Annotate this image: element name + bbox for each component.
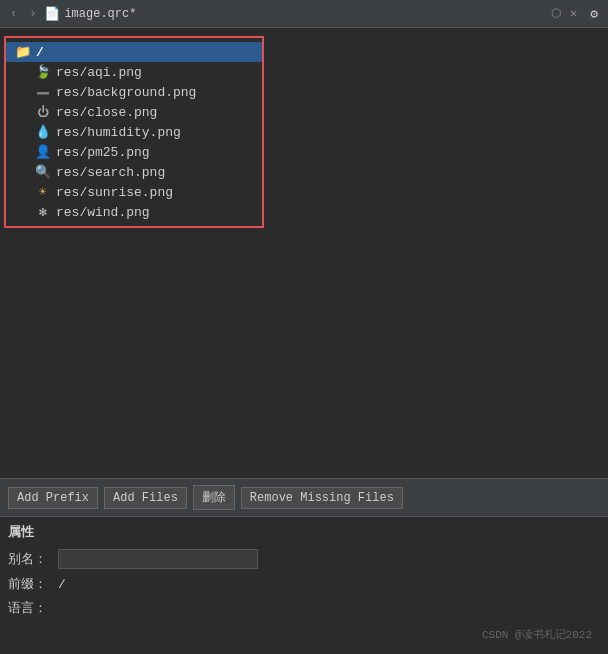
tree-item[interactable]: 🔍 res/search.png [6,162,262,182]
alias-field[interactable] [58,549,258,569]
tree-item-label: res/search.png [56,165,165,180]
humidity-icon: 💧 [34,124,52,140]
tree-item-label: res/close.png [56,105,157,120]
close-window-button[interactable]: ✕ [565,4,582,23]
file-tree: 📁 / 🍃 res/aqi.png ▬▬ res/background.png … [4,36,264,228]
tree-item-label: res/sunrise.png [56,185,173,200]
tree-item[interactable]: 💧 res/humidity.png [6,122,262,142]
tree-item-label: res/background.png [56,85,196,100]
forward-arrow[interactable]: › [25,5,40,23]
title-bar: ‹ › 📄 image.qrc* ⬡ ✕ ⚙ [0,0,608,28]
file-tree-container: 📁 / 🍃 res/aqi.png ▬▬ res/background.png … [0,28,608,478]
add-prefix-button[interactable]: Add Prefix [8,487,98,509]
remove-missing-files-button[interactable]: Remove Missing Files [241,487,403,509]
wind-icon: ✻ [34,204,52,220]
aqi-icon: 🍃 [34,64,52,80]
settings-icon[interactable]: ⚙ [590,6,598,22]
folder-icon: 📁 [14,44,32,60]
delete-button[interactable]: 删除 [193,485,235,510]
tree-item-label: res/pm25.png [56,145,150,160]
watermark-text: CSDN @读书札记2022 [482,629,592,641]
pm25-icon: 👤 [34,144,52,160]
alias-row: 别名： [8,549,600,569]
main-area: 📁 / 🍃 res/aqi.png ▬▬ res/background.png … [0,28,608,654]
back-arrow[interactable]: ‹ [6,5,21,23]
sunrise-icon: ☀ [34,184,52,200]
tree-item[interactable]: ✻ res/wind.png [6,202,262,222]
prefix-label: 前缀： [8,575,58,593]
file-icon: 📄 [44,6,60,22]
window-controls: ⬡ ✕ ⚙ [551,4,602,23]
tree-item-label: res/wind.png [56,205,150,220]
tree-item[interactable]: ⏻ res/close.png [6,102,262,122]
tree-root-item[interactable]: 📁 / [6,42,262,62]
prefix-row: 前缀： / [8,575,600,593]
tree-item[interactable]: 👤 res/pm25.png [6,142,262,162]
close-icon: ⏻ [34,104,52,120]
prefix-value: / [58,577,66,592]
nav-controls: ‹ › [6,5,40,23]
tree-root-label: / [36,45,44,60]
tree-item[interactable]: ▬▬ res/background.png [6,82,262,102]
bottom-toolbar: Add Prefix Add Files 删除 Remove Missing F… [0,478,608,516]
search-icon: 🔍 [34,164,52,180]
add-files-button[interactable]: Add Files [104,487,187,509]
tree-item-label: res/humidity.png [56,125,181,140]
properties-panel: 属性 别名： 前缀： / 语言： CSDN @读书札记2022 [0,516,608,654]
language-label: 语言： [8,599,58,617]
tree-item[interactable]: 🍃 res/aqi.png [6,62,262,82]
language-row: 语言： [8,599,600,617]
tree-item[interactable]: ☀ res/sunrise.png [6,182,262,202]
window-title: image.qrc* [64,7,551,21]
alias-label: 别名： [8,550,58,568]
dropdown-icon[interactable]: ⬡ [551,6,561,21]
background-icon: ▬▬ [34,84,52,100]
properties-title: 属性 [8,523,600,541]
watermark: CSDN @读书札记2022 [8,623,600,646]
tree-item-label: res/aqi.png [56,65,142,80]
